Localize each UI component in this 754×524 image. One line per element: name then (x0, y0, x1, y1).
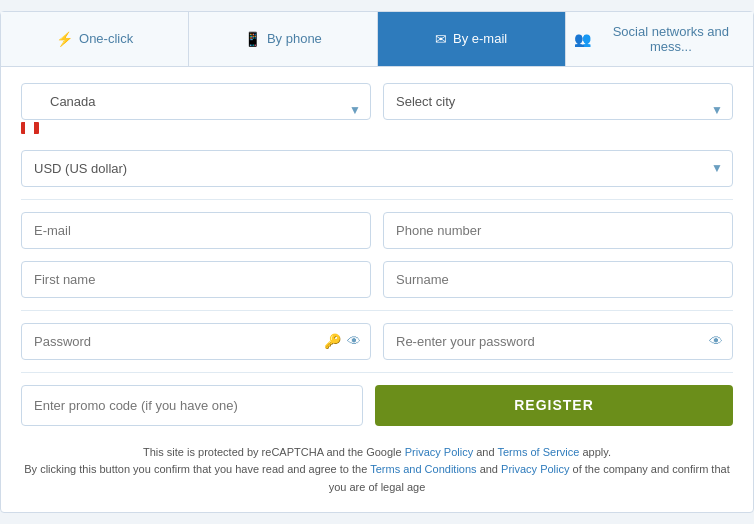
password-row: 🔑 👁 👁 (21, 323, 733, 360)
currency-row: USD (US dollar) EUR (Euro) GBP (British … (21, 150, 733, 187)
currency-select-wrapper: USD (US dollar) EUR (Euro) GBP (British … (21, 150, 733, 187)
phone-field-wrapper (383, 212, 733, 249)
password-input[interactable] (21, 323, 371, 360)
users-icon: 👥 (574, 31, 591, 47)
promo-field-wrapper (21, 385, 363, 426)
eye-icon-reenter[interactable]: 👁 (709, 333, 723, 349)
tab-bar: ⚡ One-click 📱 By phone ✉ By e-mail 👥 Soc… (1, 12, 753, 67)
country-select[interactable]: Canada United States United Kingdom (21, 83, 371, 120)
recaptcha-text: This site is protected by reCAPTCHA and … (143, 446, 405, 458)
currency-select[interactable]: USD (US dollar) EUR (Euro) GBP (British … (21, 150, 733, 187)
tab-by-phone-label: By phone (267, 31, 322, 46)
promo-input[interactable] (21, 385, 363, 426)
email-field-wrapper (21, 212, 371, 249)
registration-container: ⚡ One-click 📱 By phone ✉ By e-mail 👥 Soc… (0, 11, 754, 514)
password-field-wrapper: 🔑 👁 (21, 323, 371, 360)
privacy-policy-link[interactable]: Privacy Policy (405, 446, 473, 458)
divider-3 (21, 372, 733, 373)
register-button[interactable]: REGISTER (375, 385, 733, 426)
and-text-2: and (477, 463, 501, 475)
city-select[interactable]: Select city (383, 83, 733, 120)
city-select-wrapper: Select city ▼ (383, 83, 733, 138)
name-row (21, 261, 733, 298)
lightning-icon: ⚡ (56, 31, 73, 47)
confirm-text: By clicking this button you confirm that… (24, 463, 370, 475)
reenter-password-field-wrapper: 👁 (383, 323, 733, 360)
tab-by-phone[interactable]: 📱 By phone (189, 12, 377, 66)
and-text-1: and (473, 446, 497, 458)
surname-field-wrapper (383, 261, 733, 298)
reenter-password-input[interactable] (383, 323, 733, 360)
privacy-policy-link-2[interactable]: Privacy Policy (501, 463, 569, 475)
phone-input[interactable] (383, 212, 733, 249)
password-icons: 🔑 👁 (324, 333, 361, 349)
tab-one-click-label: One-click (79, 31, 133, 46)
canada-flag-icon (21, 122, 39, 134)
email-icon: ✉ (435, 31, 447, 47)
key-icon: 🔑 (324, 333, 341, 349)
first-name-input[interactable] (21, 261, 371, 298)
tab-social[interactable]: 👥 Social networks and mess... (566, 12, 753, 66)
apply-text: apply. (579, 446, 611, 458)
promo-register-row: REGISTER (21, 385, 733, 426)
eye-icon[interactable]: 👁 (347, 333, 361, 349)
surname-input[interactable] (383, 261, 733, 298)
country-select-wrapper: Canada United States United Kingdom ▼ (21, 83, 371, 138)
form-area: Canada United States United Kingdom ▼ Se… (1, 67, 753, 426)
tab-one-click[interactable]: ⚡ One-click (1, 12, 189, 66)
country-city-row: Canada United States United Kingdom ▼ Se… (21, 83, 733, 138)
tab-social-label: Social networks and mess... (597, 24, 745, 54)
phone-icon: 📱 (244, 31, 261, 47)
terms-of-service-link[interactable]: Terms of Service (497, 446, 579, 458)
tab-by-email[interactable]: ✉ By e-mail (378, 12, 566, 66)
email-input[interactable] (21, 212, 371, 249)
divider-2 (21, 310, 733, 311)
first-name-field-wrapper (21, 261, 371, 298)
reenter-password-icons: 👁 (709, 333, 723, 349)
divider-1 (21, 199, 733, 200)
tab-by-email-label: By e-mail (453, 31, 507, 46)
legal-text: This site is protected by reCAPTCHA and … (1, 438, 753, 497)
email-phone-row (21, 212, 733, 249)
terms-conditions-link[interactable]: Terms and Conditions (370, 463, 476, 475)
